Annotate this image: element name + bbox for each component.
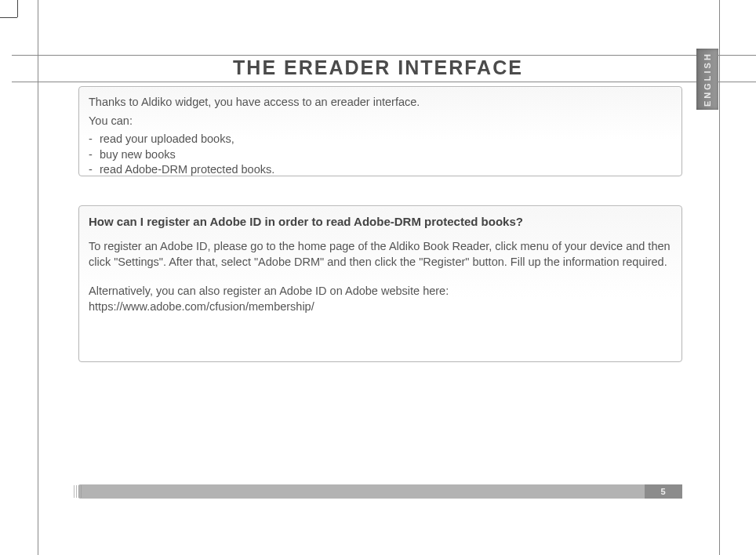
- spacer: [89, 273, 672, 281]
- faq-para-2: Alternatively, you can also register an …: [89, 284, 672, 314]
- faq-card: How can I register an Adobe ID in order …: [78, 205, 682, 362]
- intro-card: Thanks to Aldiko widget, you have access…: [78, 86, 682, 176]
- footer-bar: 5: [78, 484, 682, 499]
- page-number: 5: [645, 484, 682, 499]
- crop-mark-left: [0, 17, 17, 18]
- faq-para-1: To register an Adobe ID, please go to th…: [89, 239, 672, 270]
- intro-bullets: read your uploaded books, buy new books …: [89, 132, 672, 178]
- bullet-item: read Adobe-DRM protected books.: [89, 162, 672, 178]
- intro-line-1: Thanks to Aldiko widget, you have access…: [89, 95, 672, 111]
- page-title: THE EREADER INTERFACE: [0, 56, 756, 79]
- rule-below-title: [12, 82, 756, 82]
- crop-mark-bottom: [38, 539, 38, 555]
- intro-line-2: You can:: [89, 114, 672, 129]
- language-tab: ENGLISH: [696, 49, 718, 110]
- faq-heading: How can I register an Adobe ID in order …: [89, 214, 672, 230]
- crop-mark-top: [17, 0, 18, 17]
- rule-above-title: [12, 55, 756, 56]
- bullet-item: buy new books: [89, 147, 672, 163]
- bullet-item: read your uploaded books,: [89, 132, 672, 147]
